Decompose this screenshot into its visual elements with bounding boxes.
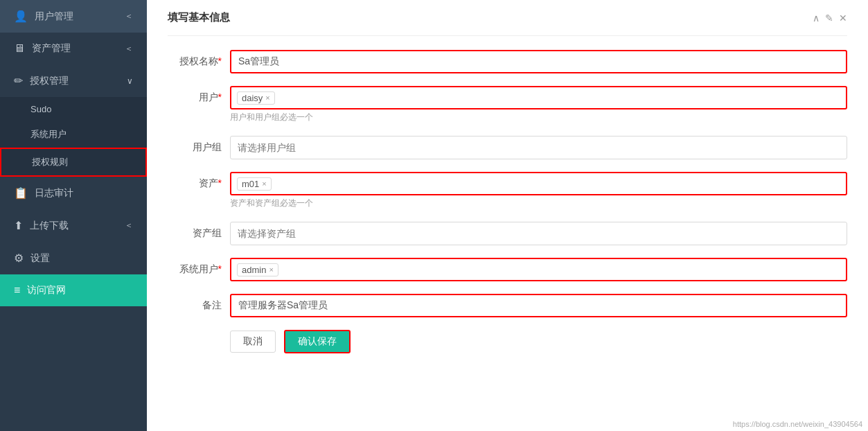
sidebar-item-asset-mgmt[interactable]: 🖥 资产管理 ＜ bbox=[0, 33, 147, 64]
user-tag-input[interactable]: daisy × bbox=[230, 86, 847, 109]
asset-tag-input[interactable]: m01 × bbox=[230, 172, 847, 195]
remove-m01-tag[interactable]: × bbox=[262, 179, 266, 188]
remove-daisy-tag[interactable]: × bbox=[265, 94, 269, 102]
auth-name-row: 授权名称* bbox=[168, 50, 847, 73]
sidebar-item-upload-download[interactable]: ⬆ 上传下载 ＜ bbox=[0, 209, 147, 242]
sidebar-item-sys-user[interactable]: 系统用户 bbox=[0, 121, 147, 148]
chevron-right-icon-3: ＜ bbox=[125, 220, 133, 231]
user-group-row: 用户组 bbox=[168, 136, 847, 159]
visit-website-icon: ≡ bbox=[14, 284, 20, 297]
auth-mgmt-submenu: Sudo 系统用户 授权规则 bbox=[0, 97, 147, 177]
auth-mgmt-icon: ✏ bbox=[14, 74, 23, 87]
chevron-right-icon: ＜ bbox=[125, 10, 133, 22]
memo-field-wrapper bbox=[230, 294, 847, 317]
sys-user-label: 系统用户* bbox=[168, 258, 230, 276]
asset-group-field-wrapper bbox=[230, 222, 847, 245]
asset-hint: 资产和资产组必选一个 bbox=[230, 197, 847, 209]
sys-user-row: 系统用户* admin × bbox=[168, 258, 847, 281]
edit-icon[interactable]: ✎ bbox=[825, 12, 833, 24]
user-group-field-wrapper bbox=[230, 136, 847, 159]
sidebar-label-upload-download: 上传下载 bbox=[30, 220, 69, 232]
sidebar-item-auth-rules[interactable]: 授权规则 bbox=[0, 148, 147, 177]
sidebar-item-auth-mgmt[interactable]: ✏ 授权管理 ∨ bbox=[0, 64, 147, 97]
form-panel: 填写基本信息 ∧ ✎ ✕ 授权名称* 用户* d bbox=[147, 0, 868, 374]
close-icon[interactable]: ✕ bbox=[839, 12, 847, 24]
auth-name-label: 授权名称* bbox=[168, 50, 230, 68]
form-buttons: 取消 确认保存 bbox=[168, 330, 847, 353]
sidebar-label-asset-mgmt: 资产管理 bbox=[32, 42, 71, 55]
chevron-right-icon-2: ＜ bbox=[125, 43, 133, 55]
user-hint: 用户和用户组必选一个 bbox=[230, 112, 847, 123]
main-content: 填写基本信息 ∧ ✎ ✕ 授权名称* 用户* d bbox=[147, 0, 868, 431]
asset-tag-m01: m01 × bbox=[237, 177, 272, 191]
auth-name-input[interactable] bbox=[230, 50, 847, 73]
sidebar: 👤 用户管理 ＜ 🖥 资产管理 ＜ ✏ 授权管理 ∨ Sudo 系统用户 授权规… bbox=[0, 0, 147, 431]
asset-field-wrapper: m01 × 资产和资产组必选一个 bbox=[230, 172, 847, 209]
sidebar-label-user-mgmt: 用户管理 bbox=[35, 10, 73, 23]
user-group-input[interactable] bbox=[230, 136, 847, 159]
asset-label: 资产* bbox=[168, 172, 230, 190]
sidebar-item-sudo[interactable]: Sudo bbox=[0, 97, 147, 121]
remove-admin-tag[interactable]: × bbox=[269, 265, 273, 274]
sys-user-tag-input[interactable]: admin × bbox=[230, 258, 847, 281]
asset-mgmt-icon: 🖥 bbox=[14, 42, 25, 55]
memo-label: 备注 bbox=[168, 294, 230, 312]
sidebar-label-sys-user: 系统用户 bbox=[30, 128, 67, 141]
sys-user-tag-admin: admin × bbox=[237, 263, 278, 276]
sidebar-label-auth-rules: 授权规则 bbox=[32, 156, 68, 168]
user-mgmt-icon: 👤 bbox=[14, 10, 28, 23]
memo-input[interactable] bbox=[230, 294, 847, 317]
confirm-save-button[interactable]: 确认保存 bbox=[284, 330, 351, 353]
sidebar-item-settings[interactable]: ⚙ 设置 bbox=[0, 242, 147, 274]
audit-log-icon: 📋 bbox=[14, 186, 28, 200]
auth-name-field-wrapper bbox=[230, 50, 847, 73]
asset-group-input[interactable] bbox=[230, 222, 847, 245]
sidebar-label-visit-website: 访问官网 bbox=[27, 284, 66, 297]
user-row: 用户* daisy × 用户和用户组必选一个 bbox=[168, 86, 847, 123]
user-label: 用户* bbox=[168, 86, 230, 104]
user-field-wrapper: daisy × 用户和用户组必选一个 bbox=[230, 86, 847, 123]
user-group-label: 用户组 bbox=[168, 136, 230, 154]
form-panel-actions: ∧ ✎ ✕ bbox=[813, 12, 847, 24]
sidebar-item-visit-website[interactable]: ≡ 访问官网 bbox=[0, 274, 147, 306]
sidebar-label-sudo: Sudo bbox=[30, 104, 51, 114]
sys-user-field-wrapper: admin × bbox=[230, 258, 847, 281]
upload-download-icon: ⬆ bbox=[14, 219, 23, 232]
asset-group-row: 资产组 bbox=[168, 222, 847, 245]
sidebar-label-auth-mgmt: 授权管理 bbox=[30, 75, 69, 87]
sidebar-label-settings: 设置 bbox=[30, 252, 50, 265]
watermark: https://blog.csdn.net/weixin_43904564 bbox=[733, 420, 862, 428]
asset-row: 资产* m01 × 资产和资产组必选一个 bbox=[168, 172, 847, 209]
memo-row: 备注 bbox=[168, 294, 847, 317]
sidebar-label-audit-log: 日志审计 bbox=[35, 187, 73, 200]
form-panel-header: 填写基本信息 ∧ ✎ ✕ bbox=[168, 0, 847, 36]
form-title: 填写基本信息 bbox=[168, 11, 230, 24]
user-tag-daisy: daisy × bbox=[237, 91, 275, 105]
sidebar-item-audit-log[interactable]: 📋 日志审计 bbox=[0, 177, 147, 209]
cancel-button[interactable]: 取消 bbox=[230, 331, 276, 353]
settings-icon: ⚙ bbox=[14, 252, 24, 265]
chevron-down-icon: ∨ bbox=[127, 76, 133, 86]
collapse-icon[interactable]: ∧ bbox=[813, 12, 820, 24]
sidebar-item-user-mgmt[interactable]: 👤 用户管理 ＜ bbox=[0, 0, 147, 33]
asset-group-label: 资产组 bbox=[168, 222, 230, 240]
